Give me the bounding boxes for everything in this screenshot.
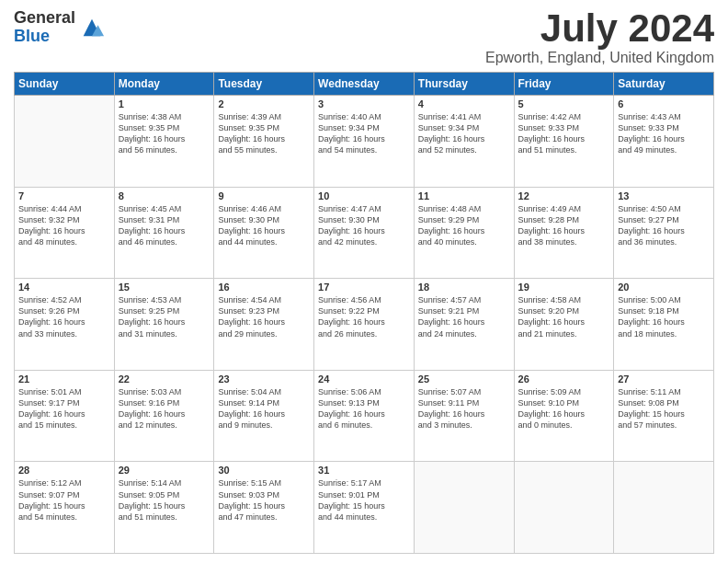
- day-info: Sunrise: 5:04 AM Sunset: 9:14 PM Dayligh…: [218, 386, 310, 431]
- day-number: 18: [418, 282, 510, 293]
- table-row: 8Sunrise: 4:45 AM Sunset: 9:31 PM Daylig…: [114, 187, 214, 279]
- day-number: 26: [518, 373, 610, 385]
- table-row: 25Sunrise: 5:07 AM Sunset: 9:11 PM Dayli…: [414, 370, 514, 462]
- logo: General Blue: [14, 9, 105, 46]
- day-number: 21: [18, 373, 110, 385]
- day-info: Sunrise: 4:48 AM Sunset: 9:29 PM Dayligh…: [418, 203, 510, 248]
- header-tuesday: Tuesday: [214, 73, 314, 96]
- day-number: 9: [218, 190, 310, 201]
- day-number: 1: [119, 98, 210, 109]
- day-info: Sunrise: 5:14 AM Sunset: 9:05 PM Dayligh…: [119, 477, 210, 523]
- day-number: 30: [218, 465, 310, 476]
- day-number: 13: [618, 190, 710, 201]
- table-row: 11Sunrise: 4:48 AM Sunset: 9:29 PM Dayli…: [414, 187, 514, 279]
- calendar-table: Sunday Monday Tuesday Wednesday Thursday…: [14, 72, 714, 554]
- header-thursday: Thursday: [414, 73, 514, 96]
- day-info: Sunrise: 5:01 AM Sunset: 9:17 PM Dayligh…: [18, 386, 110, 431]
- table-row: 23Sunrise: 5:04 AM Sunset: 9:14 PM Dayli…: [214, 370, 314, 462]
- day-info: Sunrise: 5:00 AM Sunset: 9:18 PM Dayligh…: [618, 294, 710, 339]
- day-number: 23: [218, 373, 310, 385]
- logo-text: General Blue: [14, 9, 75, 46]
- header-monday: Monday: [114, 73, 214, 96]
- table-row: 12Sunrise: 4:49 AM Sunset: 9:28 PM Dayli…: [514, 187, 614, 279]
- logo-blue: Blue: [14, 28, 75, 46]
- day-number: 5: [518, 98, 610, 109]
- day-info: Sunrise: 4:58 AM Sunset: 9:20 PM Dayligh…: [518, 294, 610, 339]
- day-number: 2: [218, 98, 310, 109]
- day-number: 22: [119, 373, 210, 385]
- table-row: 24Sunrise: 5:06 AM Sunset: 9:13 PM Dayli…: [314, 370, 415, 462]
- day-info: Sunrise: 5:11 AM Sunset: 9:08 PM Dayligh…: [618, 386, 710, 431]
- day-info: Sunrise: 5:06 AM Sunset: 9:13 PM Dayligh…: [318, 386, 410, 431]
- calendar-week-row: 1Sunrise: 4:38 AM Sunset: 9:35 PM Daylig…: [15, 96, 714, 188]
- day-info: Sunrise: 4:38 AM Sunset: 9:35 PM Dayligh…: [119, 111, 210, 156]
- table-row: 22Sunrise: 5:03 AM Sunset: 9:16 PM Dayli…: [114, 370, 214, 462]
- table-row: 21Sunrise: 5:01 AM Sunset: 9:17 PM Dayli…: [15, 370, 115, 462]
- table-row: 9Sunrise: 4:46 AM Sunset: 9:30 PM Daylig…: [214, 187, 314, 279]
- day-info: Sunrise: 4:50 AM Sunset: 9:27 PM Dayligh…: [618, 203, 710, 248]
- table-row: 16Sunrise: 4:54 AM Sunset: 9:23 PM Dayli…: [214, 279, 314, 371]
- day-info: Sunrise: 4:56 AM Sunset: 9:22 PM Dayligh…: [318, 294, 410, 339]
- calendar-week-row: 14Sunrise: 4:52 AM Sunset: 9:26 PM Dayli…: [15, 279, 714, 371]
- day-info: Sunrise: 4:45 AM Sunset: 9:31 PM Dayligh…: [119, 203, 210, 248]
- page: General Blue July 2024 Epworth, England,…: [0, 0, 728, 563]
- calendar-week-row: 21Sunrise: 5:01 AM Sunset: 9:17 PM Dayli…: [15, 370, 714, 462]
- day-info: Sunrise: 4:52 AM Sunset: 9:26 PM Dayligh…: [18, 294, 110, 339]
- day-info: Sunrise: 4:46 AM Sunset: 9:30 PM Dayligh…: [218, 203, 310, 248]
- day-number: 8: [119, 190, 210, 201]
- day-info: Sunrise: 5:09 AM Sunset: 9:10 PM Dayligh…: [518, 386, 610, 431]
- day-info: Sunrise: 5:17 AM Sunset: 9:01 PM Dayligh…: [318, 477, 410, 523]
- day-info: Sunrise: 4:44 AM Sunset: 9:32 PM Dayligh…: [18, 203, 110, 248]
- day-number: 27: [618, 373, 710, 385]
- calendar-body: 1Sunrise: 4:38 AM Sunset: 9:35 PM Daylig…: [15, 96, 714, 554]
- day-number: 15: [119, 282, 210, 293]
- day-number: 29: [119, 465, 210, 476]
- table-row: 1Sunrise: 4:38 AM Sunset: 9:35 PM Daylig…: [114, 96, 214, 188]
- day-info: Sunrise: 4:54 AM Sunset: 9:23 PM Dayligh…: [218, 294, 310, 339]
- day-number: 20: [618, 282, 710, 293]
- calendar-week-row: 28Sunrise: 5:12 AM Sunset: 9:07 PM Dayli…: [15, 462, 714, 554]
- day-info: Sunrise: 5:12 AM Sunset: 9:07 PM Dayligh…: [18, 477, 110, 523]
- day-number: 17: [318, 282, 410, 293]
- day-number: 24: [318, 373, 410, 385]
- table-row: 18Sunrise: 4:57 AM Sunset: 9:21 PM Dayli…: [414, 279, 514, 371]
- table-row: 27Sunrise: 5:11 AM Sunset: 9:08 PM Dayli…: [614, 370, 714, 462]
- day-info: Sunrise: 4:39 AM Sunset: 9:35 PM Dayligh…: [218, 111, 310, 156]
- calendar-week-row: 7Sunrise: 4:44 AM Sunset: 9:32 PM Daylig…: [15, 187, 714, 279]
- day-number: 12: [518, 190, 610, 201]
- header-wednesday: Wednesday: [314, 73, 415, 96]
- table-row: 31Sunrise: 5:17 AM Sunset: 9:01 PM Dayli…: [314, 462, 415, 554]
- day-info: Sunrise: 5:07 AM Sunset: 9:11 PM Dayligh…: [418, 386, 510, 431]
- header-friday: Friday: [514, 73, 614, 96]
- table-row: 10Sunrise: 4:47 AM Sunset: 9:30 PM Dayli…: [314, 187, 415, 279]
- table-row: [514, 462, 614, 554]
- header-sunday: Sunday: [15, 73, 115, 96]
- table-row: [15, 96, 115, 188]
- day-info: Sunrise: 4:43 AM Sunset: 9:33 PM Dayligh…: [618, 111, 710, 156]
- location: Epworth, England, United Kingdom: [485, 50, 714, 66]
- table-row: 28Sunrise: 5:12 AM Sunset: 9:07 PM Dayli…: [15, 462, 115, 554]
- day-number: 7: [18, 190, 110, 201]
- day-info: Sunrise: 4:40 AM Sunset: 9:34 PM Dayligh…: [318, 111, 410, 156]
- table-row: [414, 462, 514, 554]
- table-row: 20Sunrise: 5:00 AM Sunset: 9:18 PM Dayli…: [614, 279, 714, 371]
- day-number: 25: [418, 373, 510, 385]
- table-row: [614, 462, 714, 554]
- month-title: July 2024: [485, 9, 714, 48]
- calendar-header: Sunday Monday Tuesday Wednesday Thursday…: [15, 73, 714, 96]
- day-number: 3: [318, 98, 410, 109]
- day-info: Sunrise: 5:15 AM Sunset: 9:03 PM Dayligh…: [218, 477, 310, 523]
- day-number: 14: [18, 282, 110, 293]
- day-info: Sunrise: 4:57 AM Sunset: 9:21 PM Dayligh…: [418, 294, 510, 339]
- days-header-row: Sunday Monday Tuesday Wednesday Thursday…: [15, 73, 714, 96]
- day-info: Sunrise: 4:42 AM Sunset: 9:33 PM Dayligh…: [518, 111, 610, 156]
- day-info: Sunrise: 4:47 AM Sunset: 9:30 PM Dayligh…: [318, 203, 410, 248]
- day-number: 19: [518, 282, 610, 293]
- logo-icon: [79, 15, 105, 40]
- header-saturday: Saturday: [614, 73, 714, 96]
- day-number: 16: [218, 282, 310, 293]
- table-row: 14Sunrise: 4:52 AM Sunset: 9:26 PM Dayli…: [15, 279, 115, 371]
- day-number: 28: [18, 465, 110, 476]
- day-info: Sunrise: 4:49 AM Sunset: 9:28 PM Dayligh…: [518, 203, 610, 248]
- table-row: 6Sunrise: 4:43 AM Sunset: 9:33 PM Daylig…: [614, 96, 714, 188]
